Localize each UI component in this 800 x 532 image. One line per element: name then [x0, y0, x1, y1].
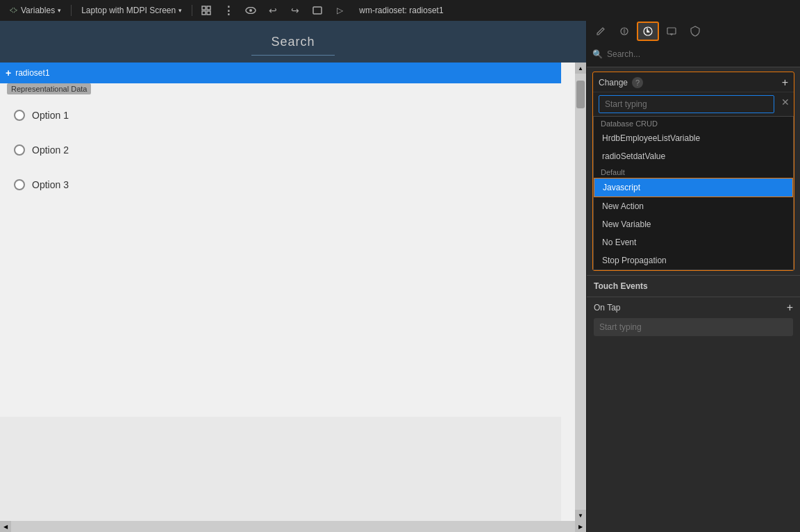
dropdown-item-new-action[interactable]: New Action [594, 197, 793, 215]
rpanel-events-btn[interactable] [637, 22, 659, 41]
rpanel-search-bar: 🔍 [587, 42, 800, 67]
radio-circle-1 [14, 110, 25, 121]
sep1 [71, 5, 72, 16]
radio-option-row-1: Option 1 [0, 104, 561, 126]
svg-rect-1 [207, 6, 210, 10]
grid-icon[interactable] [198, 2, 215, 19]
canvas-vertical-scrollbar[interactable]: ▲ ▼ [575, 63, 586, 521]
dropdown-list: Database CRUD HrdbEmployeeListVariable r… [593, 116, 794, 270]
dropdown-scroll-area[interactable]: Database CRUD HrdbEmployeeListVariable r… [594, 117, 793, 269]
rpanel-device-btn[interactable] [660, 22, 683, 41]
main-area: Search + radioset1 Representational Data… [0, 21, 800, 532]
radio-label-1: Option 1 [32, 110, 69, 121]
dropdown-item-radioset[interactable]: radioSetdatValue [594, 147, 793, 165]
component-name-label: radioset1 [15, 68, 49, 78]
search-input[interactable] [607, 49, 794, 59]
change-box: Change ? + ✕ Database CRUD HrdbEmployeeL… [592, 72, 794, 271]
svg-rect-0 [202, 6, 206, 10]
change-label: Change [599, 78, 628, 88]
component-title: wm-radioset: radioset1 [353, 6, 794, 15]
scrollbar-up-arrow[interactable]: ▲ [575, 63, 586, 74]
dropdown-item-stop-prop[interactable]: Stop Propagation [594, 251, 793, 269]
hscrollbar-track [11, 521, 575, 532]
change-close-btn[interactable]: ✕ [781, 97, 790, 108]
dropdown-item-javascript[interactable]: Javascript [594, 178, 793, 197]
canvas-scroll-wrapper: + radioset1 Representational Data Option… [0, 63, 586, 521]
scrollbar-down-arrow[interactable]: ▼ [575, 510, 586, 521]
radio-label-2: Option 2 [32, 144, 69, 156]
svg-rect-10 [667, 28, 676, 34]
dropdown-item-hrdb[interactable]: HrdbEmployeeListVariable [594, 129, 793, 147]
on-tap-label: On Tap [594, 303, 620, 313]
touch-events-header: Touch Events [587, 276, 800, 297]
change-start-typing-input[interactable] [599, 95, 774, 113]
hscrollbar-right-arrow[interactable]: ▶ [575, 521, 586, 532]
on-tap-plus-btn[interactable]: + [787, 301, 793, 314]
right-panel-topbar [587, 21, 800, 42]
top-toolbar: ⧼⧽ Variables ▾ Laptop with MDPI Screen ▾… [0, 0, 800, 21]
expand-icon[interactable]: ▷ [331, 2, 348, 19]
radio-circle-3 [14, 179, 25, 190]
radio-option-row-3: Option 3 [0, 174, 561, 196]
canvas-search-label: Search [271, 35, 315, 49]
canvas-content: + radioset1 Representational Data Option… [0, 63, 575, 521]
more-icon[interactable]: ⋮ [220, 2, 237, 19]
on-tap-input[interactable] [594, 318, 793, 336]
svg-rect-2 [202, 11, 206, 15]
rpanel-pencil-btn[interactable] [590, 22, 612, 41]
variables-icon: ⧼⧽ [10, 6, 18, 15]
device-dropdown[interactable]: Laptop with MDPI Screen ▾ [77, 4, 186, 17]
radio-label-3: Option 3 [32, 179, 69, 190]
on-tap-row: On Tap + [587, 297, 800, 318]
change-question-mark: ? [632, 77, 643, 88]
undo-icon[interactable]: ↩ [265, 2, 281, 19]
scrollbar-track [575, 74, 586, 510]
eye-icon[interactable] [242, 2, 259, 19]
right-panel: 🔍 Change ? + ✕ [586, 21, 800, 532]
svg-rect-3 [207, 11, 210, 15]
rep-data-tag: Representational Data [7, 83, 91, 94]
redo-icon[interactable]: ↪ [287, 2, 303, 19]
canvas-search-bar: Search [0, 21, 586, 63]
radio-circle-2 [14, 144, 25, 156]
change-plus-btn[interactable]: + [782, 76, 788, 89]
change-section: Change ? + ✕ Database CRUD HrdbEmployeeL… [587, 67, 800, 275]
svg-point-5 [249, 9, 252, 12]
brackets-icon[interactable] [309, 2, 326, 19]
radio-option-row-2: Option 2 [0, 139, 561, 161]
variables-chevron: ▾ [58, 7, 61, 14]
device-chevron: ▾ [178, 7, 182, 14]
canvas-area: Search + radioset1 Representational Data… [0, 21, 586, 532]
scrollbar-thumb [576, 81, 585, 108]
search-underline [251, 55, 335, 56]
dropdown-item-no-event[interactable]: No Event [594, 233, 793, 251]
search-icon: 🔍 [592, 49, 603, 59]
component-plus-icon: + [6, 67, 11, 78]
device-label: Laptop with MDPI Screen [81, 6, 176, 15]
sep2 [192, 5, 192, 16]
component-header-row: + radioset1 [0, 63, 561, 83]
dropdown-group-header-default: Default [594, 165, 793, 178]
svg-rect-6 [313, 7, 322, 14]
variables-label: Variables [21, 6, 55, 15]
rpanel-paint-btn[interactable] [613, 22, 635, 41]
canvas-horizontal-scrollbar[interactable]: ◀ ▶ [0, 521, 586, 532]
svg-point-9 [647, 31, 649, 33]
canvas-lower-area [0, 417, 561, 521]
variables-dropdown[interactable]: ⧼⧽ Variables ▾ [6, 4, 65, 17]
dropdown-item-new-variable[interactable]: New Variable [594, 215, 793, 233]
hscrollbar-left-arrow[interactable]: ◀ [0, 521, 11, 532]
rpanel-shield-btn[interactable] [684, 22, 706, 41]
dropdown-group-header-db: Database CRUD [594, 117, 793, 129]
